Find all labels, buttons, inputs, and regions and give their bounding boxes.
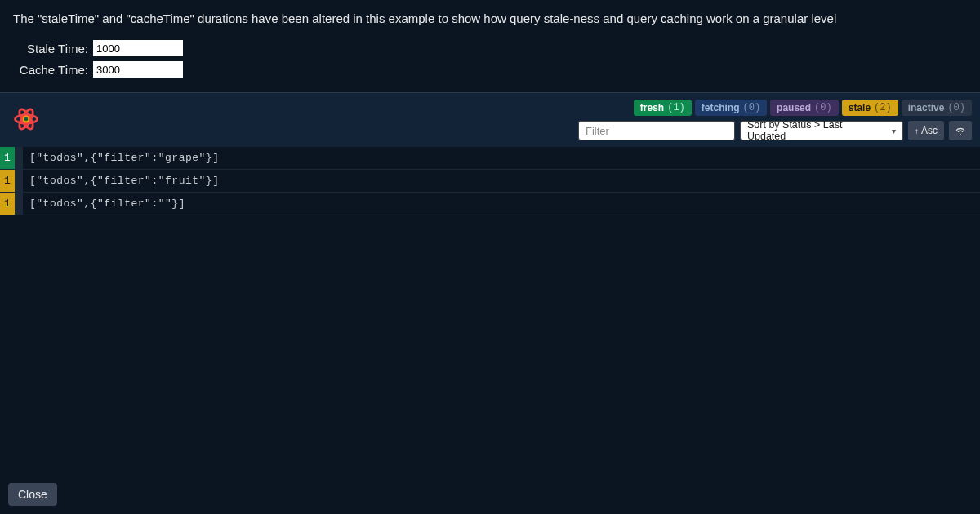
filter-input[interactable] — [578, 121, 735, 140]
status-badge-fresh[interactable]: fresh (1) — [634, 100, 692, 116]
status-label: stale — [849, 102, 871, 113]
query-status-strip — [15, 170, 23, 192]
arrow-up-icon: ↑ — [915, 126, 919, 135]
status-badge-paused[interactable]: paused (0) — [770, 100, 839, 116]
filter-row: Sort by Status > Last Updated ↑ Asc — [578, 121, 972, 140]
asc-label: Asc — [921, 125, 938, 136]
network-toggle-button[interactable] — [949, 121, 972, 140]
status-label: paused — [777, 102, 811, 113]
status-label: fresh — [640, 102, 664, 113]
status-label: inactive — [908, 102, 945, 113]
sort-direction-button[interactable]: ↑ Asc — [908, 121, 944, 140]
query-observer-count: 1 — [0, 147, 15, 169]
cache-time-label: Cache Time: — [13, 63, 88, 77]
status-badge-fetching[interactable]: fetching (0) — [695, 100, 767, 116]
sort-selected-value: Sort by Status > Last Updated — [747, 119, 883, 142]
stale-time-input[interactable] — [93, 40, 183, 56]
query-item[interactable]: 1 ["todos",{"filter":""}] — [0, 193, 980, 215]
query-item[interactable]: 1 ["todos",{"filter":"grape"}] — [0, 147, 980, 170]
status-count: (2) — [874, 102, 892, 113]
description-text: The "staleTime" and "cacheTime" duration… — [13, 11, 967, 25]
query-key: ["todos",{"filter":"grape"}] — [23, 152, 219, 164]
status-count: (0) — [947, 102, 965, 113]
status-count: (1) — [667, 102, 685, 113]
query-key: ["todos",{"filter":""}] — [23, 197, 185, 210]
wifi-icon — [954, 124, 967, 137]
time-controls: Stale Time: Cache Time: — [13, 40, 967, 78]
status-badge-inactive[interactable]: inactive (0) — [902, 100, 972, 116]
status-label: fetching — [702, 102, 740, 113]
stale-time-row: Stale Time: — [13, 40, 967, 56]
status-count: (0) — [742, 102, 760, 113]
cache-time-input[interactable] — [93, 61, 183, 78]
sort-select[interactable]: Sort by Status > Last Updated — [740, 121, 903, 140]
query-observer-count: 1 — [0, 170, 15, 192]
query-observer-count: 1 — [0, 193, 15, 215]
react-query-logo-icon — [11, 104, 41, 134]
status-badges: fresh (1) fetching (0) paused (0) stale … — [634, 100, 972, 116]
query-status-strip — [15, 147, 23, 169]
stale-time-label: Stale Time: — [13, 42, 88, 55]
query-key: ["todos",{"filter":"fruit"}] — [23, 175, 219, 187]
close-button[interactable]: Close — [8, 483, 57, 506]
devtools-header: fresh (1) fetching (0) paused (0) stale … — [0, 93, 980, 147]
devtools-controls: fresh (1) fetching (0) paused (0) stale … — [578, 100, 972, 140]
cache-time-row: Cache Time: — [13, 61, 967, 78]
query-status-strip — [15, 193, 23, 215]
status-count: (0) — [814, 102, 832, 113]
query-item[interactable]: 1 ["todos",{"filter":"fruit"}] — [0, 170, 980, 193]
devtools-panel: fresh (1) fetching (0) paused (0) stale … — [0, 92, 980, 215]
app-config-section: The "staleTime" and "cacheTime" duration… — [0, 0, 980, 92]
status-badge-stale[interactable]: stale (2) — [842, 100, 898, 116]
svg-point-4 — [24, 117, 29, 122]
query-list: 1 ["todos",{"filter":"grape"}] 1 ["todos… — [0, 147, 980, 215]
